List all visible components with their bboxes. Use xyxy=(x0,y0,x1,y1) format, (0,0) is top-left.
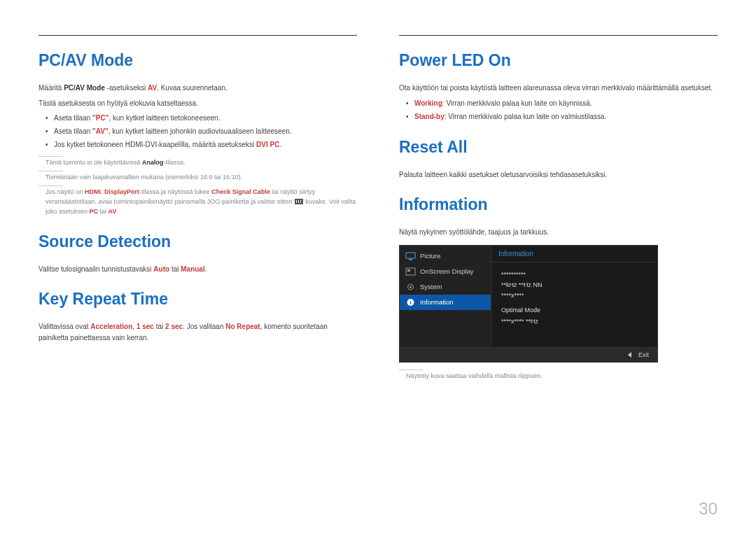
osd-info-line: ****x**** xyxy=(501,290,648,301)
footnote-divider xyxy=(38,185,63,186)
osd-info-line: **kHz **Hz NN xyxy=(501,280,648,290)
accent-text: 2 sec xyxy=(165,323,183,330)
accent-text: No Repeat xyxy=(225,323,260,330)
information-text: Näytä nykyinen syöttölähde, taajuus ja t… xyxy=(399,227,718,238)
accent-text: HDMI xyxy=(85,188,101,195)
footnote-divider xyxy=(38,171,63,171)
svg-rect-2 xyxy=(406,268,415,275)
reset-all-text: Palauta laitteen kaikki asetukset oletus… xyxy=(399,169,718,181)
footnote-divider xyxy=(399,370,424,370)
text: . Jos valitaan xyxy=(183,323,225,330)
osd-menu-onscreen[interactable]: OnScreen Display xyxy=(400,264,491,279)
list-item: Aseta tilaan "AV", kun kytket laitteen j… xyxy=(38,126,357,137)
osd-menu-information[interactable]: i Information xyxy=(400,295,491,310)
text: tai xyxy=(154,323,165,330)
accent-text: Stand-by xyxy=(414,113,444,120)
heading-pcav-mode: PC/AV Mode xyxy=(38,51,357,70)
column-divider xyxy=(38,35,357,36)
footnote: Näytetty kuva saattaa vaihdella mallista… xyxy=(399,372,718,381)
osd-exit-label[interactable]: Exit xyxy=(638,351,649,358)
accent-text: PC xyxy=(90,208,99,215)
osd-menu-system[interactable]: System xyxy=(400,279,491,295)
svg-rect-1 xyxy=(409,259,412,260)
text: -tilassa ja näytössä lukee xyxy=(139,188,211,195)
accent-text: Working xyxy=(414,99,442,107)
osd-menu-label: Information xyxy=(420,298,454,306)
accent-text: DVI PC xyxy=(256,141,279,148)
accent-text: DisplayPort xyxy=(104,188,139,195)
source-detection-text: Valitse tulosignaalin tunnistustavaksi A… xyxy=(38,264,357,275)
column-divider xyxy=(399,35,718,36)
accent-text: Acceleration xyxy=(90,323,132,330)
text: . Kuvaa suurennetaan. xyxy=(157,84,227,92)
text: Valitse tulosignaalin tunnistustavaksi xyxy=(38,265,153,273)
left-column: PC/AV Mode Määritä PC/AV Mode -asetuksek… xyxy=(38,35,357,382)
heading-source-detection: Source Detection xyxy=(38,232,357,251)
text: : Virran merkkivalo palaa kun laite on k… xyxy=(442,99,592,107)
text: Valittavissa ovat xyxy=(38,323,90,330)
pcav-bullets: Aseta tilaan "PC", kun kytket laitteen t… xyxy=(38,113,357,150)
text: . xyxy=(116,208,118,215)
picture-icon xyxy=(405,252,416,260)
osd-panel-title: Information xyxy=(491,246,657,262)
text: Määritä xyxy=(38,84,64,92)
svg-rect-3 xyxy=(407,269,410,272)
text: Aseta tilaan xyxy=(54,127,92,135)
info-icon: i xyxy=(405,298,416,307)
accent-text: "PC" xyxy=(92,114,108,122)
list-item: Aseta tilaan "PC", kun kytket laitteen t… xyxy=(38,113,357,124)
osd-footer: Exit xyxy=(400,347,657,362)
list-item: Working: Virran merkkivalo palaa kun lai… xyxy=(399,98,718,109)
text: , kun kytket laitteen tietokoneeseen. xyxy=(108,114,220,122)
osd-menu-label: Picture xyxy=(420,252,441,260)
osd-info-line: Optimal Mode xyxy=(501,305,648,316)
osd-menu-label: System xyxy=(420,283,442,290)
pcav-intro: Määritä PC/AV Mode -asetukseksi AV. Kuva… xyxy=(38,83,357,94)
footnote: Tämä toiminto ei ole käytettävissä Analo… xyxy=(38,158,357,168)
osd-menu: Picture OnScreen Display System i Inform… xyxy=(400,246,491,347)
osd-icon xyxy=(405,267,416,276)
heading-power-led: Power LED On xyxy=(399,51,718,70)
text: tai xyxy=(98,208,108,215)
text: : Virran merkkivalo palaa kun laite on v… xyxy=(444,113,607,120)
osd-body: Picture OnScreen Display System i Inform… xyxy=(400,246,657,347)
heading-key-repeat: Key Repeat Time xyxy=(38,290,357,309)
text: , kun kytket laitteen johonkin audiovisu… xyxy=(108,127,292,135)
text: -asetukseksi xyxy=(105,84,148,92)
footnote-divider xyxy=(38,156,63,157)
menu-icon xyxy=(295,199,303,204)
osd-panel: Information ********** **kHz **Hz NN ***… xyxy=(491,246,657,347)
text: -tilassa. xyxy=(164,159,186,166)
svg-rect-0 xyxy=(406,253,415,258)
gear-icon xyxy=(405,283,416,291)
text: Aseta tilaan xyxy=(54,114,92,122)
osd-info-line: ****x**** **Hz xyxy=(501,316,648,327)
bold-text: Analog xyxy=(142,159,164,166)
footnote: Toimitetaan vain laajakuvamallien mukana… xyxy=(38,173,357,183)
back-arrow-icon[interactable] xyxy=(628,352,631,358)
pcav-usage: Tästä asetuksesta on hyötyä elokuvia kat… xyxy=(38,98,357,109)
text: . xyxy=(205,265,207,273)
bold-text: PC/AV Mode xyxy=(64,84,105,92)
osd-screenshot: Picture OnScreen Display System i Inform… xyxy=(399,245,658,363)
heading-reset-all: Reset All xyxy=(399,138,718,157)
accent-text: "AV" xyxy=(92,127,108,135)
text: Jos kytket tietokoneen HDMI-DVI-kaapelil… xyxy=(54,141,256,148)
key-repeat-text: Valittavissa ovat Acceleration, 1 sec ta… xyxy=(38,321,357,343)
text: Jos näyttö on xyxy=(46,188,85,195)
text: tai xyxy=(169,265,181,273)
power-led-bullets: Working: Virran merkkivalo palaa kun lai… xyxy=(399,98,718,122)
osd-menu-label: OnScreen Display xyxy=(420,267,474,275)
osd-panel-body: ********** **kHz **Hz NN ****x**** Optim… xyxy=(491,262,657,334)
osd-menu-picture[interactable]: Picture xyxy=(400,248,491,264)
right-column: Power LED On Ota käyttöön tai poista käy… xyxy=(399,35,718,382)
footnote: Jos näyttö on HDMI, DisplayPort-tilassa … xyxy=(38,188,357,217)
accent-text: 1 sec xyxy=(136,323,154,330)
text: . xyxy=(279,141,281,148)
osd-info-line: ********** xyxy=(501,269,648,280)
list-item: Stand-by: Virran merkkivalo palaa kun la… xyxy=(399,111,718,122)
accent-text: Check Signal Cable xyxy=(211,188,270,195)
accent-text: AV xyxy=(108,208,117,215)
accent-text: Auto xyxy=(153,265,169,273)
power-led-text: Ota käyttöön tai poista käytöstä laittee… xyxy=(399,83,718,94)
